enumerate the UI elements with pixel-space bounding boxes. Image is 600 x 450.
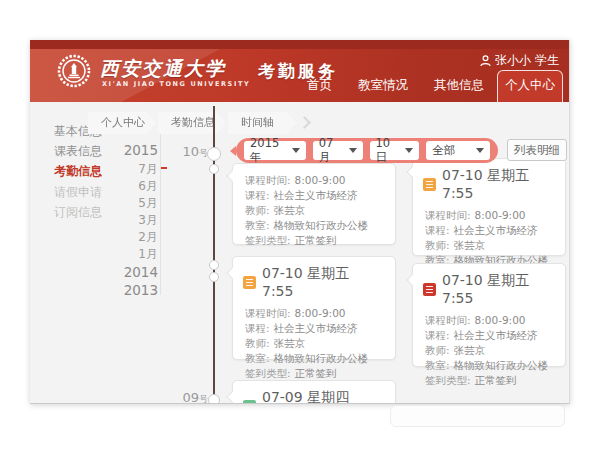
attendance-card[interactable]: 课程时间:8:00-9:00 课程:社会主义市场经济 教师:张芸京 教室:格物致… bbox=[232, 163, 396, 245]
chevron-down-icon bbox=[476, 148, 484, 153]
timeline-nav-feb[interactable]: 2月 bbox=[116, 229, 158, 246]
attendance-card[interactable]: 07-10 星期五 7:55 课程时间:8:00-9:00 课程:社会主义市场经… bbox=[232, 256, 396, 360]
user-info[interactable]: 张小小 学生 bbox=[480, 52, 559, 69]
attendance-card[interactable]: 07-10 星期五 7:55 课程时间:8:00-9:00 课程:社会主义市场经… bbox=[412, 158, 566, 256]
chevron-down-icon bbox=[292, 148, 300, 153]
list-detail-button[interactable]: 列表明细 bbox=[507, 139, 567, 161]
main-nav: 首页 教室情况 其他信息 个人中心 bbox=[294, 70, 563, 102]
app-window: 西安交通大学 XI'AN JIAO TONG UNIVERSITY 考勤服务 张… bbox=[30, 40, 570, 404]
year-select[interactable]: 2015年 bbox=[244, 141, 306, 160]
timeline-node-small bbox=[208, 394, 220, 404]
type-select[interactable]: 全部 bbox=[426, 141, 490, 160]
sidebar-item-subscription[interactable]: 订阅信息 bbox=[54, 204, 102, 221]
timeline-node-large bbox=[207, 147, 221, 161]
nav-item-classrooms[interactable]: 教室情况 bbox=[358, 77, 408, 94]
user-name: 张小小 bbox=[495, 52, 531, 69]
nav-item-home[interactable]: 首页 bbox=[307, 77, 332, 94]
timeline-nav-jul[interactable]: 7月 bbox=[116, 161, 158, 178]
card-title: 07-10 星期五 7:55 bbox=[442, 167, 555, 201]
sidebar-divider bbox=[160, 115, 161, 295]
page: 西安交通大学 XI'AN JIAO TONG UNIVERSITY 考勤服务 张… bbox=[0, 0, 600, 450]
timeline-nav-may[interactable]: 5月 bbox=[116, 195, 158, 212]
breadcrumb-attendance[interactable]: 考勤信息 bbox=[158, 112, 226, 134]
status-icon-green bbox=[243, 400, 256, 405]
timeline-nav-2013[interactable]: 2013 bbox=[116, 282, 158, 298]
timeline-node-small bbox=[209, 260, 219, 270]
status-icon-orange bbox=[423, 178, 436, 191]
header: 西安交通大学 XI'AN JIAO TONG UNIVERSITY 考勤服务 张… bbox=[30, 49, 569, 102]
university-name-en: XI'AN JIAO TONG UNIVERSITY bbox=[102, 80, 250, 88]
timeline-nav-jan[interactable]: 1月 bbox=[116, 246, 158, 263]
timeline-node-small bbox=[209, 164, 219, 174]
timeline-nav-2014[interactable]: 2014 bbox=[116, 264, 158, 280]
status-icon-orange bbox=[243, 276, 256, 289]
user-role: 学生 bbox=[535, 52, 559, 69]
timeline-nav-jun[interactable]: 6月 bbox=[116, 178, 158, 195]
day-select[interactable]: 10日 bbox=[370, 141, 420, 160]
month-select[interactable]: 07月 bbox=[313, 141, 363, 160]
nav-tab-personal-center[interactable]: 个人中心 bbox=[497, 70, 563, 102]
selected-month-marker bbox=[161, 167, 167, 169]
card-title: 07-09 星期四 7:55 bbox=[262, 389, 385, 404]
chevron-down-icon bbox=[405, 148, 413, 153]
sidebar-item-leave-request[interactable]: 请假申请 bbox=[54, 184, 102, 201]
timeline-day-09: 09号 bbox=[174, 390, 208, 404]
header-top-stripe bbox=[30, 40, 569, 49]
timeline-nav-mar[interactable]: 3月 bbox=[116, 212, 158, 229]
sidebar-item-timetable[interactable]: 课表信息 bbox=[54, 143, 102, 160]
filter-bar: 2015年 07月 10日 全部 bbox=[236, 138, 498, 163]
partial-next-card bbox=[390, 405, 565, 427]
breadcrumb-personal-center[interactable]: 个人中心 bbox=[88, 112, 156, 134]
chevron-right-icon bbox=[298, 116, 311, 129]
card-title: 07-10 星期五 7:55 bbox=[262, 265, 385, 299]
attendance-card[interactable]: 07-10 星期五 7:55 课程时间:8:00-9:00 课程:社会主义市场经… bbox=[412, 263, 566, 367]
breadcrumb-timeline[interactable]: 时间轴 bbox=[228, 112, 296, 134]
status-icon-red bbox=[423, 283, 436, 296]
user-icon bbox=[480, 55, 491, 67]
timeline-day-10: 10号 bbox=[174, 144, 208, 160]
nav-item-other-info[interactable]: 其他信息 bbox=[434, 77, 484, 94]
timeline-node-small bbox=[209, 272, 219, 282]
timeline-nav-2015[interactable]: 2015 bbox=[116, 142, 158, 158]
university-name-cn: 西安交通大学 bbox=[100, 56, 226, 82]
chevron-down-icon bbox=[349, 148, 357, 153]
card-title: 07-10 星期五 7:55 bbox=[442, 272, 555, 306]
attendance-card[interactable]: 07-09 星期四 7:55 bbox=[232, 380, 396, 404]
sidebar-item-attendance[interactable]: 考勤信息 bbox=[54, 163, 102, 180]
university-logo-icon bbox=[57, 54, 91, 88]
